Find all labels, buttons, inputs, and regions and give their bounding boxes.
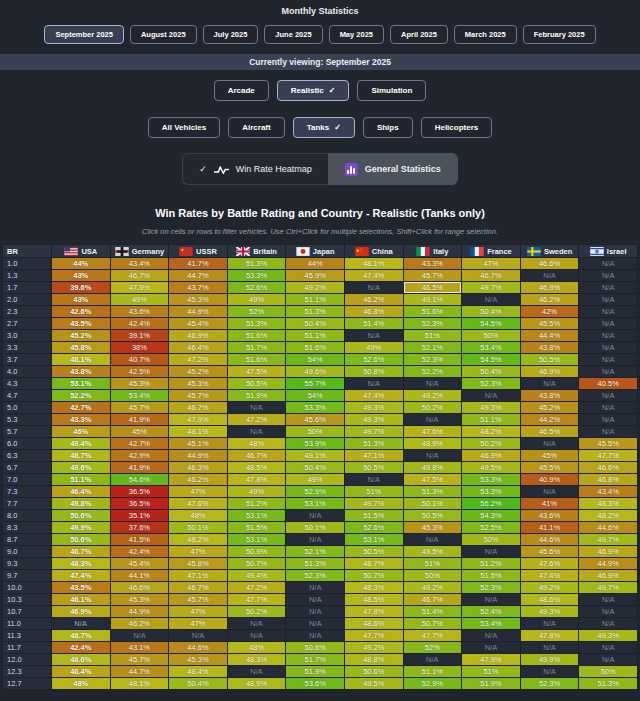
heatmap-cell-usa-br-2.3[interactable]: 42.6% bbox=[52, 306, 110, 317]
heatmap-cell-japan-br-4.0[interactable]: 49.6% bbox=[286, 366, 344, 377]
br-row-label[interactable]: 5.3 bbox=[3, 414, 51, 425]
heatmap-cell-usa-br-4.0[interactable]: 43.8% bbox=[52, 366, 110, 377]
heatmap-cell-ussr-br-8.3[interactable]: 50.1% bbox=[169, 522, 227, 533]
heatmap-cell-britain-br-7.0[interactable]: 47.8% bbox=[228, 474, 286, 485]
br-row-label[interactable]: 3.7 bbox=[3, 354, 51, 365]
heatmap-cell-israel-br-8.3[interactable]: 44.6% bbox=[579, 522, 637, 533]
heatmap-cell-germany-br-11.7[interactable]: 43.1% bbox=[111, 642, 169, 653]
heatmap-cell-china-br-12.0[interactable]: 48.8% bbox=[345, 654, 403, 665]
heatmap-cell-israel-br-10.7[interactable]: N/A bbox=[579, 606, 637, 617]
br-row-label[interactable]: 11.0 bbox=[3, 618, 51, 629]
heatmap-cell-china-br-1.7[interactable]: N/A bbox=[345, 282, 403, 293]
heatmap-cell-china-br-3.0[interactable]: N/A bbox=[345, 330, 403, 341]
month-tab-july-2025[interactable]: July 2025 bbox=[203, 25, 259, 44]
vehicle-button-aircraft[interactable]: Aircraft bbox=[228, 117, 284, 138]
heatmap-cell-sweden-br-1.3[interactable]: N/A bbox=[521, 270, 579, 281]
heatmap-cell-usa-br-7.7[interactable]: 49.8% bbox=[52, 498, 110, 509]
heatmap-cell-britain-br-11.7[interactable]: 48% bbox=[228, 642, 286, 653]
heatmap-cell-france-br-3.7[interactable]: 54.5% bbox=[462, 354, 520, 365]
heatmap-cell-ussr-br-1.7[interactable]: 43.7% bbox=[169, 282, 227, 293]
heatmap-cell-japan-br-7.0[interactable]: 49% bbox=[286, 474, 344, 485]
heatmap-cell-italy-br-5.7[interactable]: 47.6% bbox=[404, 426, 462, 437]
heatmap-cell-sweden-br-2.3[interactable]: 42% bbox=[521, 306, 579, 317]
heatmap-cell-israel-br-7.7[interactable]: 48.3% bbox=[579, 498, 637, 509]
heatmap-cell-japan-br-2.3[interactable]: 51.3% bbox=[286, 306, 344, 317]
heatmap-cell-britain-br-4.0[interactable]: 47.5% bbox=[228, 366, 286, 377]
heatmap-cell-italy-br-8.3[interactable]: 45.3% bbox=[404, 522, 462, 533]
heatmap-cell-usa-br-8.7[interactable]: 50.6% bbox=[52, 534, 110, 545]
heatmap-cell-usa-br-10.3[interactable]: 46.1% bbox=[52, 594, 110, 605]
heatmap-cell-ussr-br-9.3[interactable]: 45.8% bbox=[169, 558, 227, 569]
heatmap-cell-israel-br-11.0[interactable]: N/A bbox=[579, 618, 637, 629]
heatmap-cell-japan-br-6.0[interactable]: 53.9% bbox=[286, 438, 344, 449]
heatmap-cell-israel-br-7.3[interactable]: 43.4% bbox=[579, 486, 637, 497]
heatmap-cell-france-br-9.7[interactable]: 51.5% bbox=[462, 570, 520, 581]
br-row-label[interactable]: 2.3 bbox=[3, 306, 51, 317]
heatmap-cell-usa-br-6.3[interactable]: 48.7% bbox=[52, 450, 110, 461]
heatmap-cell-germany-br-6.3[interactable]: 42.9% bbox=[111, 450, 169, 461]
month-tab-august-2025[interactable]: August 2025 bbox=[130, 25, 197, 44]
heatmap-cell-britain-br-4.7[interactable]: 51.9% bbox=[228, 390, 286, 401]
heatmap-cell-israel-br-9.7[interactable]: 46.9% bbox=[579, 570, 637, 581]
heatmap-cell-usa-br-4.7[interactable]: 52.2% bbox=[52, 390, 110, 401]
heatmap-cell-germany-br-1.7[interactable]: 47.9% bbox=[111, 282, 169, 293]
heatmap-cell-germany-br-3.7[interactable]: 40.7% bbox=[111, 354, 169, 365]
heatmap-cell-china-br-2.0[interactable]: 46.2% bbox=[345, 294, 403, 305]
heatmap-cell-france-br-12.7[interactable]: 51.9% bbox=[462, 678, 520, 689]
heatmap-cell-japan-br-6.3[interactable]: 49.1% bbox=[286, 450, 344, 461]
vehicle-button-helicopters[interactable]: Helicopters bbox=[421, 117, 493, 138]
heatmap-cell-israel-br-12.0[interactable]: N/A bbox=[579, 654, 637, 665]
heatmap-cell-france-br-3.3[interactable]: 53.4% bbox=[462, 342, 520, 353]
heatmap-cell-ussr-br-2.7[interactable]: 45.4% bbox=[169, 318, 227, 329]
heatmap-cell-sweden-br-11.3[interactable]: 47.8% bbox=[521, 630, 579, 641]
heatmap-cell-israel-br-7.0[interactable]: 46.8% bbox=[579, 474, 637, 485]
heatmap-cell-sweden-br-7.7[interactable]: 41% bbox=[521, 498, 579, 509]
heatmap-cell-italy-br-5.0[interactable]: 50.2% bbox=[404, 402, 462, 413]
heatmap-cell-italy-br-10.0[interactable]: 49.2% bbox=[404, 582, 462, 593]
br-row-label[interactable]: 12.7 bbox=[3, 678, 51, 689]
heatmap-cell-china-br-5.0[interactable]: 49.3% bbox=[345, 402, 403, 413]
month-tab-may-2025[interactable]: May 2025 bbox=[329, 25, 384, 44]
heatmap-cell-italy-br-3.0[interactable]: 51% bbox=[404, 330, 462, 341]
month-tab-march-2025[interactable]: March 2025 bbox=[454, 25, 517, 44]
br-row-label[interactable]: 5.7 bbox=[3, 426, 51, 437]
heatmap-cell-china-br-5.7[interactable]: 49.7% bbox=[345, 426, 403, 437]
heatmap-cell-britain-br-9.7[interactable]: 49.4% bbox=[228, 570, 286, 581]
heatmap-cell-usa-br-1.3[interactable]: 43% bbox=[52, 270, 110, 281]
heatmap-cell-japan-br-8.7[interactable]: N/A bbox=[286, 534, 344, 545]
vehicle-button-ships[interactable]: Ships bbox=[363, 117, 413, 138]
heatmap-cell-germany-br-7.7[interactable]: 36.5% bbox=[111, 498, 169, 509]
heatmap-cell-france-br-4.3[interactable]: 52.3% bbox=[462, 378, 520, 389]
heatmap-cell-sweden-br-6.0[interactable]: N/A bbox=[521, 438, 579, 449]
heatmap-cell-usa-br-8.0[interactable]: 50.6% bbox=[52, 510, 110, 521]
heatmap-cell-israel-br-10.0[interactable]: 49.7% bbox=[579, 582, 637, 593]
heatmap-cell-israel-br-6.3[interactable]: 47.7% bbox=[579, 450, 637, 461]
heatmap-cell-sweden-br-1.7[interactable]: 46.9% bbox=[521, 282, 579, 293]
heatmap-cell-israel-br-2.0[interactable]: N/A bbox=[579, 294, 637, 305]
mode-button-simulation[interactable]: Simulation bbox=[357, 80, 426, 101]
heatmap-cell-france-br-9.3[interactable]: 51.2% bbox=[462, 558, 520, 569]
heatmap-cell-germany-br-7.3[interactable]: 36.5% bbox=[111, 486, 169, 497]
heatmap-cell-usa-br-3.0[interactable]: 45.2% bbox=[52, 330, 110, 341]
heatmap-cell-china-br-1.3[interactable]: 47.4% bbox=[345, 270, 403, 281]
heatmap-cell-sweden-br-4.0[interactable]: 46.9% bbox=[521, 366, 579, 377]
heatmap-cell-britain-br-9.3[interactable]: 50.7% bbox=[228, 558, 286, 569]
heatmap-cell-italy-br-11.7[interactable]: 52% bbox=[404, 642, 462, 653]
heatmap-cell-japan-br-8.3[interactable]: 50.1% bbox=[286, 522, 344, 533]
heatmap-cell-germany-br-8.7[interactable]: 41.5% bbox=[111, 534, 169, 545]
br-row-label[interactable]: 6.7 bbox=[3, 462, 51, 473]
tab-win-rate-heatmap[interactable]: ✓Win Rate Heatmap bbox=[182, 153, 328, 185]
month-tab-february-2025[interactable]: February 2025 bbox=[523, 25, 596, 44]
heatmap-cell-japan-br-12.0[interactable]: 51.7% bbox=[286, 654, 344, 665]
heatmap-cell-germany-br-9.3[interactable]: 45.4% bbox=[111, 558, 169, 569]
br-row-label[interactable]: 7.0 bbox=[3, 474, 51, 485]
heatmap-cell-italy-br-1.0[interactable]: 43.3% bbox=[404, 258, 462, 269]
heatmap-cell-usa-br-5.7[interactable]: 46% bbox=[52, 426, 110, 437]
heatmap-cell-sweden-br-4.3[interactable]: N/A bbox=[521, 378, 579, 389]
heatmap-cell-japan-br-2.0[interactable]: 51.1% bbox=[286, 294, 344, 305]
heatmap-cell-germany-br-5.7[interactable]: 45% bbox=[111, 426, 169, 437]
heatmap-cell-ussr-br-7.3[interactable]: 47% bbox=[169, 486, 227, 497]
heatmap-cell-sweden-br-11.0[interactable]: N/A bbox=[521, 618, 579, 629]
heatmap-cell-japan-br-10.3[interactable]: N/A bbox=[286, 594, 344, 605]
heatmap-cell-italy-br-12.7[interactable]: 52.9% bbox=[404, 678, 462, 689]
